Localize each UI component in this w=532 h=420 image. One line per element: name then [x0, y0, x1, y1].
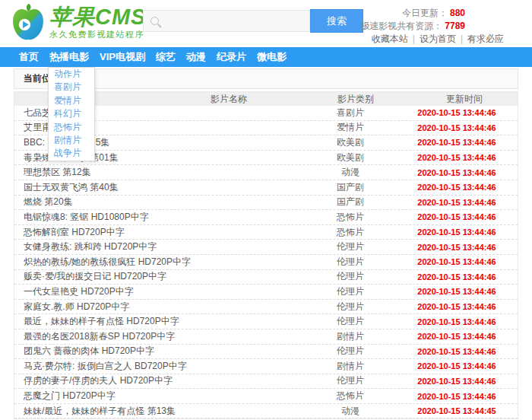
movie-category-link[interactable]: 伦理片 [305, 270, 396, 283]
movie-category-link[interactable]: 恐怖片 [305, 211, 396, 224]
table-row: 国士无双黄飞鸿 第40集国产剧2020-10-15 13:44:46 [14, 180, 518, 196]
movie-name-link[interactable]: 妹妹/最近，妹妹的样子有点怪 第13集 [14, 405, 305, 418]
movie-category-link[interactable]: 伦理片 [305, 285, 396, 298]
movie-category-link[interactable]: 恐怖片 [305, 390, 396, 402]
nav-list: 首页热播电影VIP电视剧综艺动漫纪录片微电影 [0, 47, 532, 67]
stat-total-resources: 极速影视共有资源：7789 [360, 20, 465, 33]
movie-name-link[interactable]: 俘虏的妻子/俘虏的夫人 HD720P中字 [14, 374, 305, 387]
movie-update-time: 2020-10-15 13:44:46 [396, 183, 518, 192]
movie-update-time: 2020-10-15 13:44:46 [396, 392, 518, 401]
movie-name-link[interactable]: 家庭女.教.师 HD720P中字 [14, 301, 305, 313]
movie-name-link[interactable]: 女健身教练: 跳和跨 HD720P中字 [14, 240, 305, 253]
table-row: 马克·费尔特: 扳倒白宫之人 BD720P中字剧情片2020-10-15 13:… [14, 359, 518, 374]
movie-update-time: 2020-10-15 13:44:45 [396, 406, 518, 415]
dropdown-item-7[interactable]: 战争片 [49, 147, 94, 160]
apple-logo-icon [11, 3, 46, 43]
movie-category-link[interactable]: 剧情片 [305, 360, 396, 373]
search-icon [150, 17, 159, 25]
top-link-2[interactable]: 设为首页 [420, 33, 456, 44]
movie-name-link[interactable]: 马克·费尔特: 扳倒白宫之人 BD720P中字 [14, 360, 305, 373]
movie-name-link[interactable]: 理想禁区 第12集 [14, 166, 305, 179]
table-row: 妹妹/最近，妹妹的样子有点怪 第13集动漫2020-10-15 13:44:45 [14, 404, 518, 419]
logo-title: 苹果CMS [49, 5, 146, 28]
movie-update-time: 2020-10-15 13:44:46 [396, 228, 518, 237]
movie-name-link[interactable]: 一代女皇艳史 HD720P中字 [14, 285, 305, 298]
movie-name-link[interactable]: 国士无双黄飞鸿 第40集 [14, 181, 305, 194]
dropdown-item-5[interactable]: 恐怖片 [49, 121, 94, 134]
column-header-name: 影片名称 [211, 92, 247, 106]
movie-category-link[interactable]: 国产剧 [305, 181, 396, 194]
movie-category-link[interactable]: 伦理片 [305, 374, 396, 387]
table-row: 贩卖·爱/我的援交日记 HD720P中字伦理片2020-10-15 13:44:… [14, 270, 518, 285]
movie-name-link[interactable]: 团鬼六 蔷薇的肉体 HD720P中字 [14, 345, 305, 358]
table-row: 电锯惊魂8: 竖锯 HD1080P中字恐怖片2020-10-15 13:44:4… [14, 210, 518, 225]
movie-category-link[interactable]: 伦理片 [305, 301, 396, 313]
movie-category-link[interactable]: 伦理片 [305, 240, 396, 253]
logo-text: 苹果CMS 永久免费影视建站程序 [49, 5, 146, 40]
movie-update-time: 2020-10-15 13:44:46 [396, 332, 518, 341]
search-button[interactable]: 搜索 [310, 9, 363, 33]
movie-category-link[interactable]: 动漫 [305, 405, 396, 418]
movie-update-time: 2020-10-15 13:44:46 [396, 257, 518, 266]
top-links: 收藏本站|设为首页|有求必应 [372, 33, 504, 46]
movie-update-time: 2020-10-15 13:44:46 [396, 198, 518, 207]
nav-item-4[interactable]: 综艺 [150, 47, 181, 67]
stat-value: 880 [450, 8, 465, 18]
movie-update-time: 2020-10-15 13:44:46 [396, 212, 518, 221]
nav-item-1[interactable]: 首页 [14, 47, 44, 67]
movie-update-time: 2020-10-15 13:44:46 [396, 361, 518, 371]
stat-today-update: 今日更新：880 [402, 7, 465, 20]
dropdown-item-4[interactable]: 科幻片 [49, 107, 94, 120]
movie-update-time: 2020-10-15 13:44:46 [396, 168, 518, 177]
table-row: 家庭女.教.师 HD720P中字伦理片2020-10-15 13:44:46 [14, 300, 518, 315]
nav-item-3[interactable]: VIP电视剧 [94, 47, 150, 67]
movie-category-link[interactable]: 国产剧 [305, 196, 396, 208]
nav-item-6[interactable]: 纪录片 [211, 47, 252, 67]
movie-category-link[interactable]: 爱情片 [305, 121, 396, 134]
movie-name-link[interactable]: 电锯惊魂8: 竖锯 HD1080P中字 [14, 211, 305, 224]
movie-update-time: 2020-10-15 13:44:46 [396, 377, 518, 386]
dropdown-item-6[interactable]: 剧情片 [49, 134, 94, 147]
movie-name-link[interactable]: 贩卖·爱/我的援交日记 HD720P中字 [14, 270, 305, 283]
movie-category-link[interactable]: 伦理片 [305, 315, 396, 328]
table-row: 团鬼六 蔷薇的肉体 HD720P中字伦理片2020-10-15 13:44:46 [14, 345, 518, 360]
search-box [143, 10, 310, 32]
top-link-3[interactable]: 有求必应 [467, 33, 504, 44]
stat-label: 极速影视共有资源： [360, 21, 442, 31]
movie-update-time: 2020-10-15 13:44:46 [396, 138, 518, 147]
movie-name-link[interactable]: 恶魔之门 HD720P中字 [14, 390, 305, 402]
movie-update-time: 2020-10-15 13:44:46 [396, 108, 518, 117]
nav-item-5[interactable]: 动漫 [181, 47, 211, 67]
top-link-1[interactable]: 收藏本站 [372, 33, 408, 44]
movie-category-link[interactable]: 欧美剧 [305, 151, 396, 164]
table-row: 恶魔之门 HD720P中字恐怖片2020-10-15 13:44:46 [14, 389, 518, 404]
nav-item-7[interactable]: 微电影 [252, 47, 292, 67]
movie-category-link[interactable]: 动漫 [305, 166, 396, 179]
movie-category-link[interactable]: 伦理片 [305, 345, 396, 358]
main-nav: 首页热播电影VIP电视剧综艺动漫纪录片微电影 [0, 47, 532, 67]
dropdown-item-1[interactable]: 动作片 [49, 68, 94, 81]
movie-category-link[interactable]: 喜剧片 [305, 107, 396, 119]
table-row: 恐怖解剖室 HD720P中字恐怖片2020-10-15 13:44:46 [14, 225, 518, 240]
link-separator: | [461, 33, 463, 44]
movie-update-time: 2020-10-15 13:44:46 [396, 123, 518, 132]
search-input[interactable] [159, 15, 309, 27]
nav-item-2[interactable]: 热播电影 [44, 47, 94, 67]
column-header-category: 影片类别 [337, 92, 374, 106]
movie-name-link[interactable]: 最近，妹妹的样子有点怪 HD720P中字 [14, 315, 305, 328]
dropdown-item-3[interactable]: 爱情片 [49, 94, 94, 107]
table-row: 一代女皇艳史 HD720P中字伦理片2020-10-15 13:44:46 [14, 285, 518, 300]
dropdown-item-2[interactable]: 喜剧片 [49, 81, 94, 94]
movie-category-link[interactable]: 剧情片 [305, 330, 396, 343]
movie-category-link[interactable]: 伦理片 [305, 256, 396, 269]
movie-name-link[interactable]: 燃烧 第20集 [14, 196, 305, 208]
movie-category-link[interactable]: 欧美剧 [305, 136, 396, 149]
movie-name-link[interactable]: 炽热的教练/她的教练很疯狂 HD720P中字 [14, 256, 305, 269]
movie-name-link[interactable]: 恐怖解剖室 HD720P中字 [14, 226, 305, 239]
movie-update-time: 2020-10-15 13:44:46 [396, 272, 518, 282]
movie-name-link[interactable]: 最强的名医2018新春SP HD720P中字 [14, 330, 305, 343]
stat-label: 今日更新： [402, 8, 448, 18]
movie-category-link[interactable]: 恐怖片 [305, 226, 396, 239]
nav-dropdown-menu: 动作片喜剧片爱情片科幻片恐怖片剧情片战争片 [48, 67, 95, 161]
movie-update-time: 2020-10-15 13:44:46 [396, 153, 518, 162]
